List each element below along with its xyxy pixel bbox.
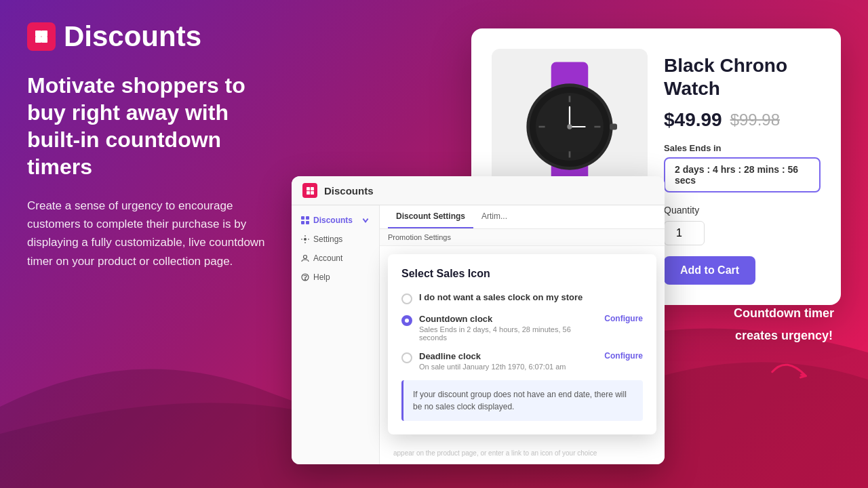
settings-sidebar-icon [301,235,309,243]
svg-point-25 [304,238,307,241]
svg-rect-17 [307,187,310,190]
svg-rect-3 [41,30,47,37]
svg-rect-21 [301,216,304,220]
app-icon [27,22,56,51]
account-sidebar-icon [301,254,309,262]
app-window-header: Discounts [292,176,665,205]
blurred-content: appear on the product page, or enter a l… [380,443,665,464]
svg-rect-22 [306,216,309,220]
arrow-text-line2: creates urgency! [734,327,834,344]
svg-rect-2 [35,37,41,43]
window-app-icon [302,183,317,198]
sidebar-account-label: Account [313,253,342,263]
price-original: $99.98 [730,110,780,129]
svg-rect-16 [610,123,617,129]
window-title: Discounts [324,185,374,197]
help-sidebar-icon [301,273,309,281]
app-window: Discounts Discounts Settings Account Hel… [292,176,665,464]
price-current: $49.99 [664,109,722,131]
configure-deadline-link[interactable]: Configure [604,351,643,361]
info-box: If your discount group does not have an … [401,380,643,421]
window-tag-icon [306,186,315,195]
svg-point-28 [304,279,305,280]
sidebar-discounts-label: Discounts [313,216,353,225]
arrow-icon [753,340,827,413]
select-sales-icon-modal: Select Sales Icon I do not want a sales … [388,254,656,434]
radio-countdown [401,315,412,326]
svg-rect-20 [311,191,314,195]
watch-illustration [509,59,631,195]
svg-rect-24 [306,221,309,224]
radio-no-clock [401,293,412,304]
tab-artim[interactable]: Artim... [473,205,515,228]
sidebar-settings-label: Settings [313,235,342,244]
arrow-annotation: Countdown timer creates urgency! [734,305,834,407]
product-info: Black Chrono Watch $49.99 $99.98 Sales E… [664,49,821,285]
sidebar-item-settings[interactable]: Settings [292,230,379,249]
sidebar: Discounts Settings Account Help [292,205,380,464]
subtab-bar: Promotion Settings [380,229,665,246]
radio-option-deadline[interactable]: Deadline clock On sale until January 12t… [401,351,643,371]
svg-point-26 [304,256,307,259]
svg-rect-19 [307,191,310,195]
sidebar-item-account[interactable]: Account [292,249,379,268]
sidebar-help-label: Help [313,272,330,282]
product-name: Black Chrono Watch [664,54,821,100]
left-panel: Discounts Motivate shoppers to buy right… [27,20,285,270]
modal-title: Select Sales Icon [401,268,643,280]
description: Create a sense of urgency to encourage c… [27,197,285,270]
radio-countdown-info: Countdown clock Sales Ends in 2 days, 4 … [419,314,597,342]
radio-option-countdown[interactable]: Countdown clock Sales Ends in 2 days, 4 … [401,314,643,342]
discounts-sidebar-icon [301,216,309,224]
arrow-text-line1: Countdown timer [734,305,834,322]
svg-point-15 [567,124,572,129]
radio-deadline [401,352,412,363]
chevron-down-icon [361,216,370,224]
configure-countdown-link[interactable]: Configure [604,314,643,323]
app-title: Discounts [64,20,201,53]
tab-discount-settings[interactable]: Discount Settings [388,205,473,228]
sales-ends-label: Sales Ends in [664,143,821,153]
radio-deadline-info: Deadline clock On sale until January 12t… [419,351,597,371]
price-row: $49.99 $99.98 [664,109,821,131]
svg-rect-18 [311,187,314,190]
countdown-timer: 2 days : 4 hrs : 28 mins : 56 secs [664,157,821,192]
subtab-promotion-settings[interactable]: Promotion Settings [388,233,451,241]
quantity-input[interactable] [664,221,705,245]
app-header: Discounts [27,20,285,53]
svg-rect-23 [301,221,304,224]
radio-option-no-clock[interactable]: I do not want a sales clock on my store [401,292,643,304]
svg-rect-0 [35,30,41,37]
add-to-cart-button[interactable]: Add to Cart [664,256,755,285]
tab-bar: Discount Settings Artim... [380,205,665,229]
svg-rect-1 [41,37,47,43]
app-window-body: Discounts Settings Account Help Discount… [292,205,665,464]
sidebar-item-discounts[interactable]: Discounts [292,211,379,230]
app-main: Discount Settings Artim... Promotion Set… [380,205,665,464]
quantity-label: Quantity [664,205,821,216]
radio-no-clock-label: I do not want a sales clock on my store [419,292,583,302]
tag-icon [33,28,50,45]
sidebar-item-help[interactable]: Help [292,268,379,287]
headline: Motivate shoppers to buy right away with… [27,72,285,180]
